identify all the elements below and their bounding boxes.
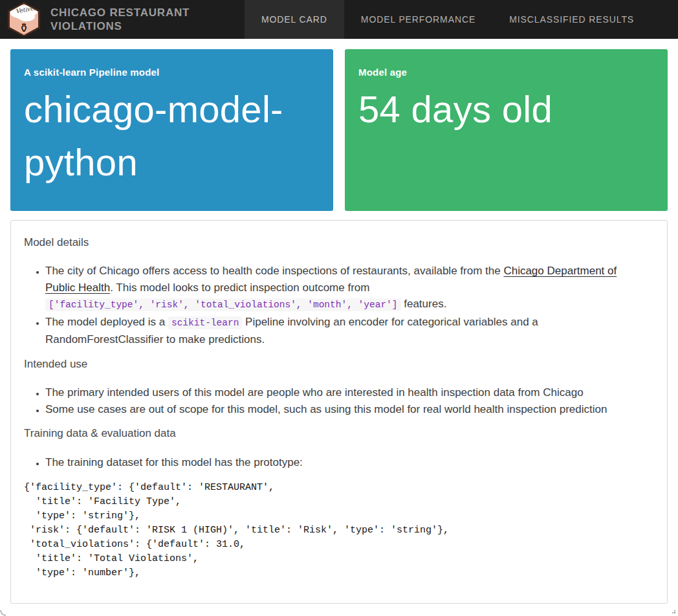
training-data-list: The training dataset for this model has … (24, 454, 651, 471)
list-item: The model deployed is a scikit-learn Pip… (45, 314, 651, 348)
section-heading-intended-use: Intended use (24, 358, 651, 371)
list-item: Some use cases are out of scope for this… (45, 401, 651, 418)
value-box-model-age: Model age 54 days old (345, 49, 668, 211)
nav-tabs: MODEL CARD MODEL PERFORMANCE MISCLASSIFI… (245, 0, 651, 39)
value-box-model-name: A scikit-learn Pipeline model chicago-mo… (10, 49, 333, 211)
value-box-label: Model age (358, 67, 654, 78)
vetiver-logo-background: Vetiver ⚱ (10, 4, 38, 35)
vetiver-logo-icon: Vetiver ⚱ (8, 2, 40, 37)
bullet-text: features. (401, 298, 447, 310)
tab-misclassified-results[interactable]: MISCLASSIFIED RESULTS (492, 0, 651, 39)
value-box-row: A scikit-learn Pipeline model chicago-mo… (10, 49, 668, 211)
section-heading-training-data: Training data & evaluation data (24, 427, 651, 440)
resize-grip-icon (674, 612, 675, 613)
model-name-value: chicago-model-python (24, 83, 320, 190)
list-item: The city of Chicago offers access to hea… (45, 263, 651, 314)
model-age-value: 54 days old (358, 83, 654, 136)
bullet-text: The model deployed is a (45, 316, 168, 328)
main-content: A scikit-learn Pipeline model chicago-mo… (0, 49, 678, 604)
amphora-icon: ⚱ (19, 22, 29, 34)
scikit-learn-inline-code: scikit-learn (168, 316, 242, 329)
list-item: The training dataset for this model has … (45, 454, 651, 471)
model-details-list: The city of Chicago offers access to hea… (24, 263, 651, 348)
tab-model-card[interactable]: MODEL CARD (245, 0, 344, 39)
tab-model-performance[interactable]: MODEL PERFORMANCE (344, 0, 492, 39)
intended-use-list: The primary intended users of this model… (24, 384, 651, 417)
features-inline-code: ['facility_type', 'risk', 'total_violati… (45, 298, 401, 311)
value-box-label: A scikit-learn Pipeline model (24, 67, 320, 78)
window-corner-artifact (0, 610, 6, 616)
model-card-panel: Model details The city of Chicago offers… (10, 220, 668, 604)
navbar: Vetiver ⚱ CHICAGO RESTAURANT VIOLATIONS … (0, 0, 678, 39)
bullet-text: The city of Chicago offers access to hea… (45, 265, 503, 277)
app-brand: Vetiver ⚱ CHICAGO RESTAURANT VIOLATIONS (0, 0, 245, 39)
app-title: CHICAGO RESTAURANT VIOLATIONS (50, 6, 212, 34)
prototype-code-block: {'facility_type': {'default': 'RESTAURAN… (24, 481, 651, 580)
section-heading-model-details: Model details (24, 236, 651, 249)
bullet-text: . This model looks to predict inspection… (110, 281, 369, 294)
list-item: The primary intended users of this model… (45, 384, 651, 401)
